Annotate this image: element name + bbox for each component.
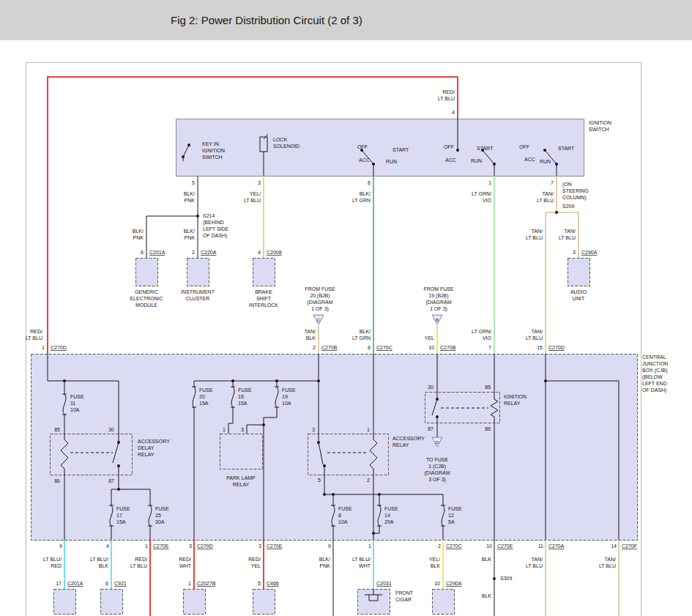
label-lt-grn: LT GRN/ xyxy=(472,191,491,196)
connector-label-c201a[interactable]: C201A xyxy=(67,581,83,586)
label-tan: TAN/ xyxy=(605,557,616,562)
label-1: 1 xyxy=(223,427,226,432)
label-19-bjb: 19 (BJB) xyxy=(428,293,448,299)
junction-dot xyxy=(182,155,185,158)
label-15: 15 xyxy=(238,394,244,399)
connector-label-c270e[interactable]: C270E xyxy=(267,543,283,549)
label-5: 5 xyxy=(192,180,195,185)
label-3: 3 xyxy=(258,543,261,549)
label-1-cjb: 1 (CJB) xyxy=(428,464,446,470)
connector-label-c466[interactable]: C466 xyxy=(267,581,279,586)
label-yel: YEL xyxy=(425,335,434,341)
label-fuse: FUSE xyxy=(238,387,252,393)
label-3: 3 xyxy=(189,543,192,549)
junction-dot xyxy=(436,415,439,418)
label-lt-blu: LT BLU xyxy=(130,563,147,568)
label-lt-blu: LT BLU/ xyxy=(43,557,62,562)
junction-dot xyxy=(117,464,120,467)
label-left-end: LEFT END xyxy=(642,381,667,386)
label-run: RUN xyxy=(540,159,551,164)
junction-dot xyxy=(555,163,558,166)
label-blk: BLK xyxy=(431,563,441,568)
connector-label-c290a[interactable]: C290A xyxy=(581,250,598,255)
label-lt-grn: LT GRN xyxy=(352,335,371,341)
label-run: RUN xyxy=(471,158,482,163)
label-10a: 10A xyxy=(70,407,80,412)
label-diagram: (DIAGRAM xyxy=(308,300,333,305)
connector-label-c270d[interactable]: C270D xyxy=(197,543,213,549)
junction-dot xyxy=(555,211,558,214)
label-3: 3 xyxy=(258,180,261,185)
connector-label-c270e[interactable]: C270E xyxy=(497,543,513,549)
audio-unit-box xyxy=(568,259,590,286)
connector-label-c201a[interactable]: C201A xyxy=(149,250,165,255)
connector-label-c270c[interactable]: C270C xyxy=(446,543,462,549)
connector-label-c270c[interactable]: C270C xyxy=(376,345,392,350)
wiring-diagram: CBDRED/LT BLU4IGNITIONSWITCHKEY INIGNITI… xyxy=(0,0,692,616)
label-8: 8 xyxy=(338,513,341,518)
label-s214: S214 xyxy=(203,213,215,218)
label-accessory: ACCESSORY xyxy=(392,436,425,441)
instrument-cluster-box xyxy=(187,259,209,286)
label-19: 19 xyxy=(282,394,288,399)
label-9: 9 xyxy=(328,543,331,549)
label-1: 1 xyxy=(488,180,491,185)
label-unit: UNIT xyxy=(573,296,585,301)
label-off: OFF xyxy=(519,144,529,149)
label-interlock: INTERLOCK xyxy=(249,303,278,308)
connector-label-c270e[interactable]: C270E xyxy=(153,543,169,549)
label-14: 14 xyxy=(611,543,617,549)
label-acc: ACC xyxy=(445,157,456,163)
label-20-bjb: 20 (BJB) xyxy=(310,293,330,299)
label-4: 4 xyxy=(258,250,261,255)
label-ignition: IGNITION xyxy=(202,148,225,153)
label-tan: TAN/ xyxy=(532,557,543,562)
label-10: 10 xyxy=(434,581,440,586)
junction-dot xyxy=(372,163,375,166)
label-20a: 20A xyxy=(384,519,394,524)
label-blk: BLK xyxy=(306,335,316,341)
label-lt-blu: LT BLU xyxy=(537,198,554,203)
label-6: 6 xyxy=(368,345,371,350)
connector-label-c2008[interactable]: C2008 xyxy=(267,250,282,255)
label-86: 86 xyxy=(485,426,491,431)
connector-label-c921[interactable]: C921 xyxy=(114,581,127,586)
connector-label-c270d[interactable]: C270D xyxy=(51,345,67,350)
label-switch: SWITCH xyxy=(589,127,609,132)
label-3: 3 xyxy=(573,250,576,255)
label-s209: S209 xyxy=(562,204,574,209)
junction-dot xyxy=(187,144,190,146)
label-module: MODULE xyxy=(135,303,157,308)
label-tan: TAN/ xyxy=(305,329,316,334)
label-5: 5 xyxy=(258,581,261,586)
page: Fig 2: Power Distribution Circuit (2 of … xyxy=(0,0,692,616)
label-tan: TAN/ xyxy=(532,229,543,234)
label-30: 30 xyxy=(108,427,114,432)
label-2: 2 xyxy=(192,250,195,255)
label-4: 4 xyxy=(106,543,109,549)
label-from-fuse: FROM FUSE xyxy=(423,286,454,292)
label-red: RED/ xyxy=(135,557,147,562)
connector-label-c270f[interactable]: C270F xyxy=(622,543,637,549)
connector-label-c270b[interactable]: C270B xyxy=(321,345,338,350)
label-20: 20 xyxy=(199,394,205,399)
label-lt-grn: LT GRN/ xyxy=(472,329,491,334)
connector-label-c220a[interactable]: C220A xyxy=(201,250,217,255)
connector-label-c2031[interactable]: C2031 xyxy=(376,581,392,586)
label-1-of-3: 1 OF 3) xyxy=(311,306,329,312)
label-yel: YEL/ xyxy=(250,191,261,196)
label-blk: BLK/ xyxy=(319,557,330,562)
label-lt-blu: LT BLU xyxy=(526,563,543,568)
connector-label-c270b[interactable]: C270B xyxy=(440,345,456,350)
connector-label-c270d[interactable]: C270D xyxy=(548,345,565,350)
label-fuse: FUSE xyxy=(384,506,398,511)
label-fuse: FUSE xyxy=(282,387,296,393)
label-11: 11 xyxy=(538,543,543,549)
label-85: 85 xyxy=(485,385,491,390)
label-6: 6 xyxy=(141,250,144,255)
label-yel: YEL xyxy=(251,563,261,568)
connector-label-c270a[interactable]: C270A xyxy=(548,543,565,549)
connector-label-c290a[interactable]: C290A xyxy=(446,581,462,586)
label-3: 3 xyxy=(241,427,244,432)
connector-label-c2027b[interactable]: C2027B xyxy=(197,581,216,586)
